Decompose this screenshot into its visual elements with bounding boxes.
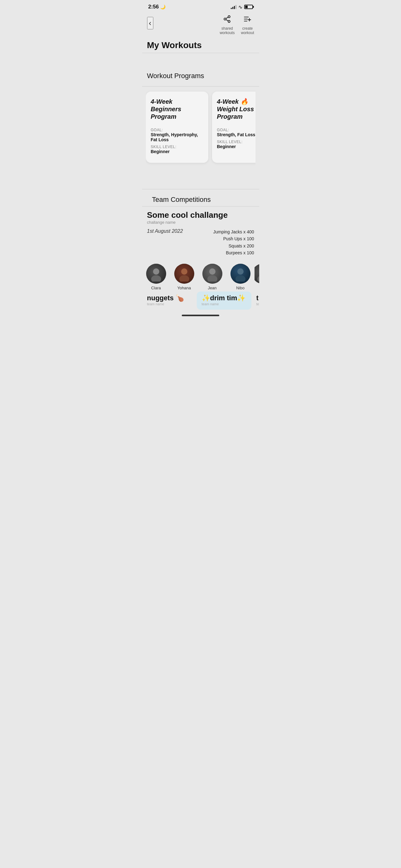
battery-icon xyxy=(244,5,253,9)
svg-point-15 xyxy=(207,275,218,281)
skill-value-0: Beginner xyxy=(151,149,203,154)
challenge-block: Some cool challange challange name 1st A… xyxy=(142,207,259,256)
goal-value-0: Strength, Hypertrophy, Fat Loss xyxy=(151,132,203,142)
header-nav: ‹ sharedworkouts xyxy=(142,12,259,36)
team-names-row: nuggets 🍗 team name ✨drim tim✨ team name… xyxy=(142,291,259,311)
goal-label-0: GOAL: xyxy=(151,128,203,132)
share-icon xyxy=(223,15,231,25)
team-card-2[interactable]: t team name xyxy=(252,291,259,310)
team-member-nibo[interactable]: Nibo xyxy=(226,261,255,291)
svg-point-11 xyxy=(151,275,161,281)
exercise-item-0: Jumping Jacks x 400 xyxy=(213,228,254,235)
team-card-1[interactable]: ✨drim tim✨ team name xyxy=(197,291,252,310)
svg-point-17 xyxy=(235,275,245,281)
signal-bars-icon xyxy=(231,5,236,9)
status-bar: 2:56 🌙 ∿ xyxy=(142,0,259,12)
team-member-yohana[interactable]: Yohana xyxy=(170,261,198,291)
program-card-1[interactable]: 4-Week 🔥 Weight Loss Program GOAL: Stren… xyxy=(212,92,256,163)
team-competitions-section: Team Competitions Some cool challange ch… xyxy=(142,182,259,311)
goal-value-1: Strength, Fat Loss xyxy=(217,132,256,137)
status-icons: ∿ xyxy=(231,4,253,10)
member-name-yohana: Yohana xyxy=(177,286,191,290)
svg-line-3 xyxy=(226,20,228,21)
skill-label-1: SKILL LEVEL: xyxy=(217,140,256,144)
challenge-name: Some cool challange xyxy=(147,210,254,220)
skill-value-1: Beginner xyxy=(217,144,256,149)
svg-point-14 xyxy=(209,269,215,275)
svg-point-16 xyxy=(237,269,244,275)
workout-programs-section: Workout Programs xyxy=(142,64,259,86)
svg-line-4 xyxy=(226,17,228,19)
exercise-item-3: Burpees x 100 xyxy=(213,249,254,256)
challenge-details: 1st August 2022 Jumping Jacks x 400 Push… xyxy=(147,228,254,256)
page-title: My Workouts xyxy=(142,36,259,53)
goal-label-1: GOAL: xyxy=(217,128,256,132)
team-label-0: team name xyxy=(147,302,192,306)
bottom-indicator xyxy=(182,315,219,316)
team-label-1: team name xyxy=(202,302,246,306)
program-card-0[interactable]: 4-Week Beginners Program GOAL: Strength,… xyxy=(146,92,208,163)
create-workout-action[interactable]: createworkout xyxy=(241,15,254,35)
challenge-date: 1st August 2022 xyxy=(147,228,183,234)
exercise-item-1: Push Ups x 100 xyxy=(213,235,254,242)
avatar-nibo xyxy=(231,264,250,284)
team-member-clara[interactable]: Clara xyxy=(142,261,170,291)
wifi-icon: ∿ xyxy=(238,4,242,10)
member-name-clara: Clara xyxy=(151,286,161,290)
create-workout-label: createworkout xyxy=(241,26,254,35)
member-name-nibo: Nibo xyxy=(236,286,244,290)
moon-icon: 🌙 xyxy=(160,4,166,9)
avatar-yohana xyxy=(174,264,194,284)
avatar-ca xyxy=(255,264,259,284)
team-member-jean[interactable]: Jean xyxy=(198,261,226,291)
team-members-scroll: Clara Yohana xyxy=(142,261,259,291)
workout-programs-title: Workout Programs xyxy=(147,72,254,80)
team-name-2: t xyxy=(257,294,259,302)
avatar-clara xyxy=(146,264,166,284)
team-card-0[interactable]: nuggets 🍗 team name xyxy=(142,291,197,310)
challenge-subtitle: challange name xyxy=(147,220,254,225)
program-card-meta-0: GOAL: Strength, Hypertrophy, Fat Loss SK… xyxy=(151,128,203,154)
team-name-0: nuggets 🍗 xyxy=(147,294,192,302)
programs-scroll: 4-Week Beginners Program GOAL: Strength,… xyxy=(146,90,256,166)
member-name-jean: Jean xyxy=(208,286,216,290)
program-card-title-1: 4-Week 🔥 Weight Loss Program xyxy=(217,98,256,120)
exercise-item-2: Squats x 200 xyxy=(213,243,254,249)
team-competitions-title: Team Competitions xyxy=(147,195,254,206)
challenge-exercises: Jumping Jacks x 400 Push Ups x 100 Squat… xyxy=(213,228,254,256)
header-actions: sharedworkouts createworkout xyxy=(220,15,254,35)
shared-workouts-label: sharedworkouts xyxy=(220,26,235,35)
avatar-jean xyxy=(202,264,222,284)
create-workout-icon xyxy=(243,15,252,25)
shared-workouts-action[interactable]: sharedworkouts xyxy=(220,15,235,35)
svg-point-10 xyxy=(153,269,159,275)
status-time: 2:56 xyxy=(148,4,159,10)
team-label-2: team name xyxy=(257,302,259,306)
back-button[interactable]: ‹ xyxy=(147,17,153,29)
skill-label-0: SKILL LEVEL: xyxy=(151,145,203,149)
team-name-1: ✨drim tim✨ xyxy=(202,294,246,302)
program-card-title-0: 4-Week Beginners Program xyxy=(151,98,203,120)
program-card-meta-1: GOAL: Strength, Fat Loss SKILL LEVEL: Be… xyxy=(217,128,256,149)
svg-point-12 xyxy=(181,269,188,275)
team-member-ca[interactable]: Ca xyxy=(255,261,259,291)
svg-point-13 xyxy=(179,275,189,281)
svg-point-19 xyxy=(257,275,259,281)
